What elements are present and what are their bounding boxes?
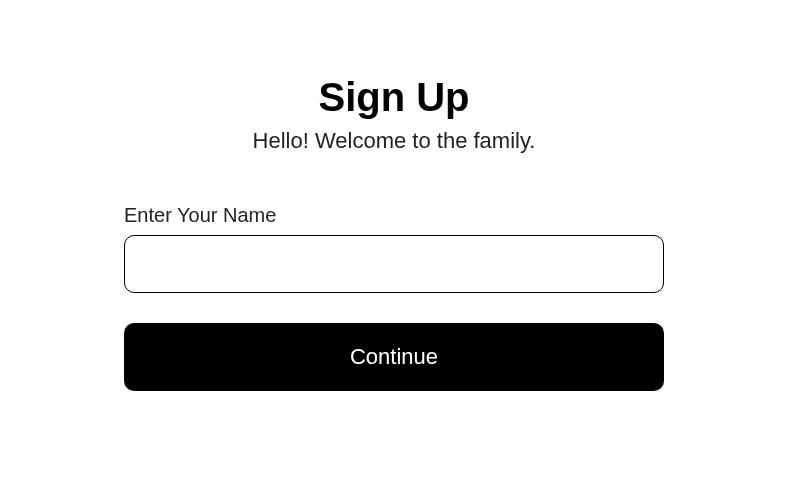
page-subtitle: Hello! Welcome to the family. bbox=[253, 128, 536, 154]
continue-button[interactable]: Continue bbox=[124, 323, 664, 391]
name-field-label: Enter Your Name bbox=[124, 204, 276, 227]
name-input[interactable] bbox=[124, 235, 664, 293]
name-field-group: Enter Your Name Continue bbox=[124, 204, 664, 391]
signup-form: Sign Up Hello! Welcome to the family. En… bbox=[124, 75, 664, 391]
page-title: Sign Up bbox=[318, 75, 469, 120]
